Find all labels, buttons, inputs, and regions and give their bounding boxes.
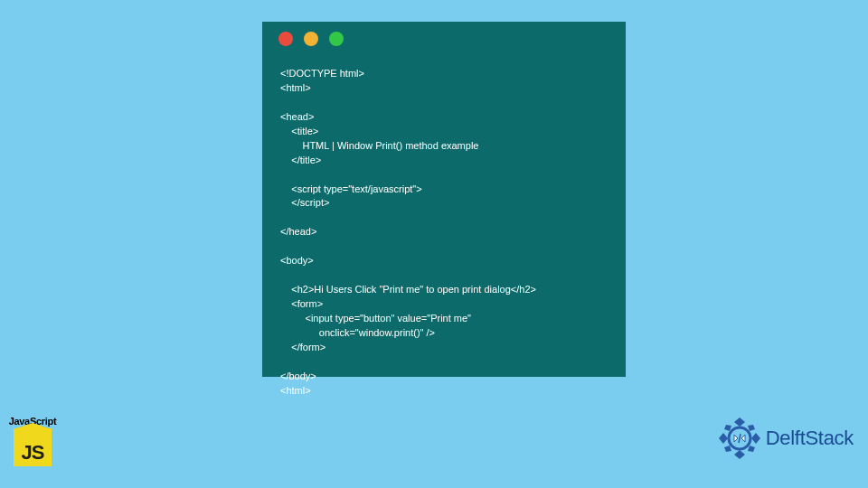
- svg-marker-5: [748, 425, 755, 431]
- javascript-icon-text: JS: [22, 441, 44, 466]
- code-window: <!DOCTYPE html> <html> <head> <title> HT…: [262, 22, 626, 377]
- minimize-dot-icon: [304, 32, 318, 46]
- svg-marker-1: [734, 450, 745, 459]
- close-dot-icon: [278, 32, 293, 46]
- svg-marker-9: [734, 435, 738, 442]
- svg-line-11: [739, 434, 741, 443]
- svg-marker-0: [734, 418, 745, 427]
- javascript-badge: JavaScript JS: [5, 416, 60, 466]
- delftstack-text: DelftStack: [766, 427, 854, 450]
- maximize-dot-icon: [329, 32, 344, 46]
- code-block: <!DOCTYPE html> <html> <head> <title> HT…: [262, 56, 626, 417]
- javascript-shield-icon: JS: [14, 428, 52, 466]
- svg-marker-3: [751, 433, 760, 444]
- svg-marker-4: [724, 425, 731, 431]
- svg-marker-2: [719, 433, 728, 444]
- svg-marker-6: [724, 446, 731, 452]
- svg-marker-7: [748, 446, 755, 452]
- delftstack-brand: DelftStack: [717, 416, 854, 461]
- svg-marker-10: [741, 435, 745, 442]
- delftstack-logo-icon: [717, 416, 762, 461]
- window-titlebar: [262, 22, 626, 56]
